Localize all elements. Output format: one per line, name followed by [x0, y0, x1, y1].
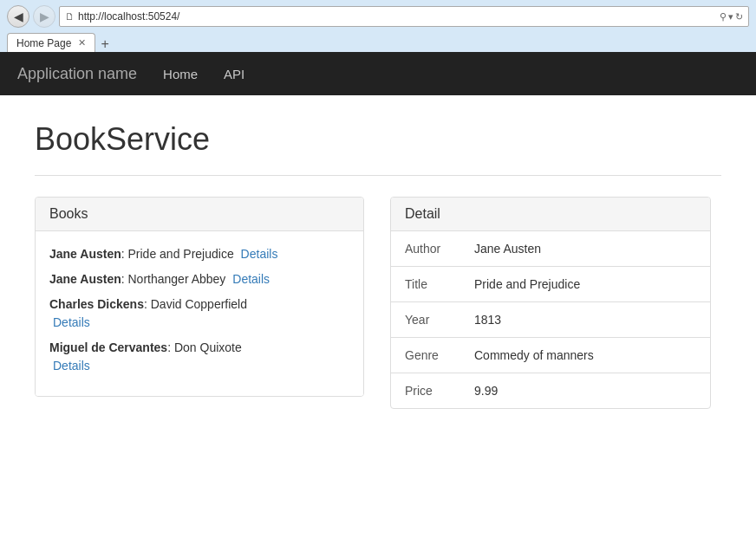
book-details-link[interactable]: Details — [241, 247, 278, 261]
detail-table: Author Jane Austen Title Pride and Preju… — [391, 231, 710, 408]
table-row: Year 1813 — [391, 302, 710, 338]
page-title: BookService — [35, 121, 721, 158]
detail-value: 9.99 — [460, 373, 710, 409]
detail-value: 1813 — [460, 302, 710, 338]
active-tab[interactable]: Home Page ✕ — [7, 33, 95, 52]
detail-value: Jane Austen — [460, 231, 710, 267]
detail-label: Price — [391, 373, 460, 409]
book-details-link[interactable]: Details — [53, 359, 90, 373]
book-title: : Don Quixote — [167, 340, 242, 354]
detail-value: Pride and Prejudice — [460, 267, 710, 302]
dropdown-icon[interactable]: ▾ — [728, 11, 733, 23]
detail-label: Year — [391, 302, 460, 338]
address-actions: ⚲ ▾ ↻ — [720, 11, 743, 23]
divider — [35, 175, 721, 176]
tab-bar: Home Page ✕ + — [7, 32, 749, 52]
table-row: Price 9.99 — [391, 373, 710, 409]
detail-panel: Detail Author Jane Austen Title Pride an… — [390, 197, 711, 409]
book-details-link[interactable]: Details — [232, 272, 270, 286]
new-tab-button[interactable]: + — [97, 36, 112, 52]
list-item: Jane Austen: Northanger Abbey Details — [49, 270, 349, 288]
book-title: : Northanger Abbey — [121, 272, 226, 286]
browser-toolbar: ◀ ▶ 🗋 http://localhost:50524/ ⚲ ▾ ↻ — [7, 5, 749, 29]
book-author: Jane Austen — [49, 247, 121, 261]
book-title: : David Copperfield — [144, 297, 247, 311]
table-row: Genre Commedy of manners — [391, 338, 710, 373]
back-button[interactable]: ◀ — [7, 5, 29, 28]
books-panel-header: Books — [36, 198, 363, 231]
search-icon[interactable]: ⚲ — [720, 11, 727, 23]
list-item: Miguel de Cervantes: Don Quixote Details — [49, 339, 349, 375]
detail-label: Genre — [391, 338, 460, 373]
list-item: Jane Austen: Pride and Prejudice Details — [49, 245, 349, 263]
detail-value: Commedy of manners — [460, 338, 710, 373]
table-row: Author Jane Austen — [391, 231, 710, 267]
refresh-icon[interactable]: ↻ — [735, 11, 743, 23]
nav-api[interactable]: API — [224, 67, 244, 81]
list-item: Charles Dickens: David Copperfield Detai… — [49, 295, 349, 332]
tab-label: Home Page — [16, 37, 71, 49]
books-panel: Books Jane Austen: Pride and Prejudice D… — [35, 197, 364, 397]
book-author: Charles Dickens — [49, 297, 144, 311]
tab-close-button[interactable]: ✕ — [78, 37, 86, 49]
book-title: : Pride and Prejudice — [121, 247, 234, 261]
app-navbar: Application name Home API — [0, 52, 756, 95]
address-bar[interactable]: 🗋 http://localhost:50524/ ⚲ ▾ ↻ — [59, 6, 749, 27]
forward-button[interactable]: ▶ — [33, 5, 55, 28]
url-text: http://localhost:50524/ — [78, 10, 716, 23]
books-panel-body: Jane Austen: Pride and Prejudice Details… — [36, 231, 363, 396]
book-details-link[interactable]: Details — [53, 315, 90, 329]
book-author: Jane Austen — [49, 272, 121, 286]
nav-home[interactable]: Home — [163, 67, 198, 81]
book-author: Miguel de Cervantes — [49, 340, 167, 354]
detail-label: Author — [391, 231, 460, 267]
table-row: Title Pride and Prejudice — [391, 267, 710, 302]
detail-panel-header: Detail — [391, 198, 710, 231]
main-content: BookService Books Jane Austen: Pride and… — [0, 95, 756, 435]
browser-chrome: ◀ ▶ 🗋 http://localhost:50524/ ⚲ ▾ ↻ Home… — [0, 0, 756, 52]
app-name: Application name — [17, 65, 137, 83]
detail-label: Title — [391, 267, 460, 302]
content-columns: Books Jane Austen: Pride and Prejudice D… — [35, 197, 721, 409]
page-icon: 🗋 — [65, 11, 75, 22]
